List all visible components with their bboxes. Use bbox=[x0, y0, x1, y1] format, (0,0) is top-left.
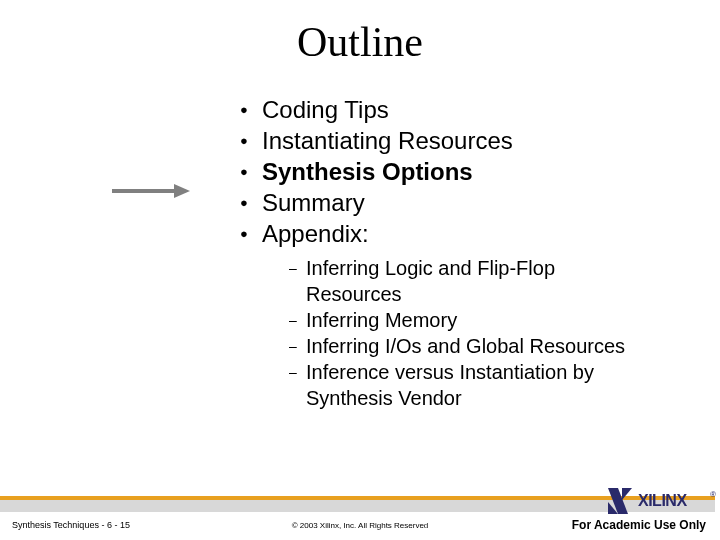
xilinx-logo-icon bbox=[604, 486, 636, 516]
list-item-text: Summary bbox=[262, 187, 680, 218]
outline-sub-list: – Inferring Logic and Flip-Flop Resource… bbox=[280, 255, 680, 411]
sub-list-item-text: Inference versus Instantiation by Synthe… bbox=[306, 359, 680, 411]
list-item-text: Appendix: bbox=[262, 218, 680, 249]
list-item: ● Synthesis Options bbox=[240, 156, 680, 187]
svg-marker-1 bbox=[622, 488, 632, 500]
bullet-icon: ● bbox=[240, 187, 262, 218]
slide-title: Outline bbox=[40, 18, 680, 66]
dash-icon: – bbox=[280, 255, 306, 281]
slide-footer: XILINX ® Synthesis Techniques - 6 - 15 ©… bbox=[0, 492, 720, 540]
registered-icon: ® bbox=[710, 490, 716, 499]
arrow-head-icon bbox=[174, 184, 190, 198]
dash-icon: – bbox=[280, 333, 306, 359]
sub-list-item-text: Inferring Memory bbox=[306, 307, 680, 333]
list-item: ● Appendix: bbox=[240, 218, 680, 249]
list-item: ● Summary bbox=[240, 187, 680, 218]
list-item-text: Instantiating Resources bbox=[262, 125, 680, 156]
sub-list-item: – Inference versus Instantiation by Synt… bbox=[280, 359, 680, 411]
list-item-text: Synthesis Options bbox=[262, 156, 680, 187]
list-item: ● Instantiating Resources bbox=[240, 125, 680, 156]
sub-list-item-text: Inferring Logic and Flip-Flop Resources bbox=[306, 255, 680, 307]
sub-list-item: – Inferring Memory bbox=[280, 307, 680, 333]
sub-list-item: – Inferring I/Os and Global Resources bbox=[280, 333, 680, 359]
footer-note: For Academic Use Only bbox=[572, 518, 706, 532]
xilinx-logo: XILINX ® bbox=[604, 490, 714, 516]
dash-icon: – bbox=[280, 359, 306, 385]
bullet-icon: ● bbox=[240, 94, 262, 125]
pointer-arrow bbox=[112, 186, 190, 196]
bullet-icon: ● bbox=[240, 218, 262, 249]
bullet-icon: ● bbox=[240, 156, 262, 187]
sub-list-item: – Inferring Logic and Flip-Flop Resource… bbox=[280, 255, 680, 307]
dash-icon: – bbox=[280, 307, 306, 333]
arrow-shaft bbox=[112, 189, 174, 193]
bullet-icon: ● bbox=[240, 125, 262, 156]
outline-list: ● Coding Tips ● Instantiating Resources … bbox=[240, 94, 680, 249]
slide: Outline ● Coding Tips ● Instantiating Re… bbox=[0, 0, 720, 540]
list-item-text: Coding Tips bbox=[262, 94, 680, 125]
xilinx-logo-text: XILINX bbox=[638, 492, 687, 510]
list-item: ● Coding Tips bbox=[240, 94, 680, 125]
sub-list-item-text: Inferring I/Os and Global Resources bbox=[306, 333, 680, 359]
